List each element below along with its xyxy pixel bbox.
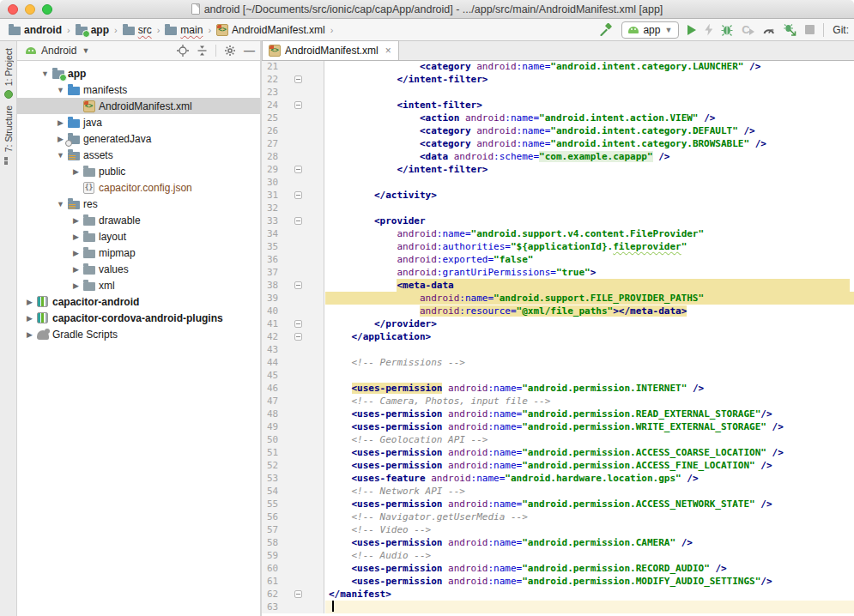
breadcrumb-item-main[interactable]: main (163, 23, 204, 37)
tree-item-generatedjava[interactable]: ▶generatedJava (17, 130, 260, 147)
close-tab-icon[interactable]: × (385, 45, 391, 57)
tree-item-mipmap[interactable]: ▶mipmap (17, 245, 260, 261)
locate-target-icon[interactable] (177, 45, 189, 57)
expand-toggle-icon[interactable]: ▼ (55, 200, 66, 208)
code-editor[interactable]: 2122232425262728293031323334353637383940… (262, 61, 854, 616)
code-line-25[interactable]: <action android:name="android.intent.act… (325, 112, 854, 124)
tool-button-project[interactable]: 1: Project (0, 48, 16, 99)
code-line-50[interactable]: <!-- Geolocation API --> (325, 433, 854, 446)
tree-item-androidmanifest-xml[interactable]: AndroidManifest.xml (17, 98, 260, 114)
code-line-30[interactable] (325, 176, 854, 189)
expand-toggle-icon[interactable]: ▶ (24, 298, 35, 306)
fold-marker-icon[interactable] (294, 191, 302, 199)
run-icon[interactable] (687, 25, 696, 35)
code-line-58[interactable]: <uses-permission android:name="android.p… (325, 536, 854, 549)
tree-item-drawable[interactable]: ▶drawable (17, 212, 260, 228)
code-line-24[interactable]: <intent-filter> (325, 99, 854, 112)
profiler-icon[interactable] (762, 24, 775, 36)
code-line-39[interactable]: android:name="android.support.FILE_PROVI… (325, 292, 854, 305)
expand-toggle-icon[interactable]: ▼ (39, 69, 51, 78)
code-line-32[interactable] (325, 202, 854, 214)
code-line-60[interactable]: <uses-permission android:name="android.p… (325, 562, 854, 575)
project-tree[interactable]: ▼app▼manifestsAndroidManifest.xml▶java▶g… (17, 61, 260, 616)
code-line-41[interactable]: </provider> (325, 317, 854, 330)
fold-marker-icon[interactable] (294, 590, 302, 598)
code-line-48[interactable]: <uses-permission android:name="android.p… (325, 408, 854, 420)
code-line-49[interactable]: <uses-permission android:name="android.p… (325, 420, 854, 433)
code-line-55[interactable]: <uses-permission android:name="android.p… (325, 498, 854, 510)
run-configuration-select[interactable]: app ▼ (621, 21, 679, 39)
expand-toggle-icon[interactable]: ▼ (55, 86, 66, 94)
tree-item-xml[interactable]: ▶xml (17, 277, 260, 293)
code-line-40[interactable]: android:resource="@xml/file_paths"></met… (325, 305, 854, 317)
expand-toggle-icon[interactable]: ▶ (70, 216, 82, 225)
code-line-29[interactable]: </intent-filter> (325, 163, 854, 176)
expand-toggle-icon[interactable]: ▶ (70, 249, 82, 257)
expand-toggle-icon[interactable]: ▼ (55, 151, 66, 160)
code-line-28[interactable]: <data android:scheme="com.example.capapp… (325, 150, 854, 163)
code-line-26[interactable]: <category android:name="android.intent.c… (325, 124, 854, 137)
code-line-45[interactable] (325, 369, 854, 382)
project-view-selector[interactable]: Android (41, 45, 76, 57)
expand-toggle-icon[interactable]: ▶ (70, 281, 82, 290)
code-line-21[interactable]: <category android:name="android.intent.c… (325, 61, 854, 73)
tab-androidmanifest[interactable]: AndroidManifest.xml × (262, 40, 399, 60)
tree-item-gradle-scripts[interactable]: ▶Gradle Scripts (17, 326, 260, 342)
hide-panel-icon[interactable]: — (244, 46, 255, 55)
fold-marker-icon[interactable] (294, 75, 302, 83)
code-line-35[interactable]: android:authorities="${applicationId}.fi… (325, 240, 854, 253)
code-line-44[interactable]: <!-- Permissions --> (325, 356, 854, 369)
fold-marker-icon[interactable] (294, 166, 302, 173)
stop-icon[interactable] (805, 25, 815, 34)
tree-item-public[interactable]: ▶public (17, 163, 260, 179)
breadcrumb-item-src[interactable]: src (121, 23, 154, 37)
code-line-42[interactable]: </application> (325, 330, 854, 343)
tree-item-capacitor-android[interactable]: ▶capacitor-android (17, 293, 260, 310)
fold-marker-icon[interactable] (294, 333, 302, 341)
collapse-all-icon[interactable] (197, 45, 208, 57)
expand-toggle-icon[interactable]: ▶ (24, 314, 35, 323)
code-line-56[interactable]: <!-- Navigator.getUserMedia --> (325, 510, 854, 523)
tree-item-manifests[interactable]: ▼manifests (17, 82, 260, 98)
expand-toggle-icon[interactable]: ▶ (55, 118, 66, 127)
code-line-36[interactable]: android:exported="false" (325, 253, 854, 266)
code-line-31[interactable]: </activity> (325, 189, 854, 202)
code-line-38[interactable]: <meta-data (325, 279, 854, 292)
tool-button-structure[interactable]: 7: Structure (0, 106, 16, 164)
code-line-53[interactable]: <uses-feature android:name="android.hard… (325, 472, 854, 485)
code-line-27[interactable]: <category android:name="android.intent.c… (325, 137, 854, 150)
settings-gear-icon[interactable] (224, 45, 236, 57)
tree-item-res[interactable]: ▼res (17, 196, 260, 212)
code-line-47[interactable]: <!-- Camera, Photos, input file --> (325, 395, 854, 408)
fold-marker-icon[interactable] (294, 217, 302, 225)
git-label[interactable]: Git: (833, 24, 849, 36)
tree-item-capacitor-cordova-android-plugins[interactable]: ▶capacitor-cordova-android-plugins (17, 310, 260, 326)
code-line-37[interactable]: android:grantUriPermissions="true"> (325, 266, 854, 279)
fold-marker-icon[interactable] (294, 281, 302, 289)
code-line-34[interactable]: android:name="android.support.v4.content… (325, 227, 854, 240)
code-line-43[interactable] (325, 343, 854, 356)
breadcrumb-item-android[interactable]: android (7, 23, 64, 37)
expand-toggle-icon[interactable]: ▶ (24, 330, 35, 339)
code-line-52[interactable]: <uses-permission android:name="android.p… (325, 459, 854, 472)
coverage-icon[interactable] (742, 24, 754, 36)
code-line-61[interactable]: <uses-permission android:name="android.p… (325, 575, 854, 588)
tree-item-app[interactable]: ▼app (17, 65, 260, 82)
code-line-62[interactable]: </manifest> (325, 588, 854, 601)
code-line-54[interactable]: <!-- Network API --> (325, 485, 854, 498)
debug-icon[interactable] (721, 23, 733, 36)
expand-toggle-icon[interactable]: ▶ (70, 167, 82, 176)
code-line-23[interactable] (325, 86, 854, 99)
code-line-51[interactable]: <uses-permission android:name="android.p… (325, 446, 854, 459)
tree-item-java[interactable]: ▶java (17, 114, 260, 130)
build-hammer-icon[interactable] (600, 23, 613, 36)
expand-toggle-icon[interactable]: ▶ (70, 265, 82, 274)
code-line-57[interactable]: <!-- Video --> (325, 523, 854, 536)
breadcrumb-item-androidmanifest-xml[interactable]: AndroidManifest.xml (215, 23, 327, 37)
code-lines[interactable]: <category android:name="android.intent.c… (325, 61, 854, 613)
expand-toggle-icon[interactable]: ▶ (55, 135, 66, 143)
fold-marker-icon[interactable] (294, 320, 302, 328)
code-line-22[interactable]: </intent-filter> (325, 73, 854, 86)
tree-item-capacitor-config-json[interactable]: capacitor.config.json (17, 179, 260, 196)
tree-item-layout[interactable]: ▶layout (17, 228, 260, 245)
